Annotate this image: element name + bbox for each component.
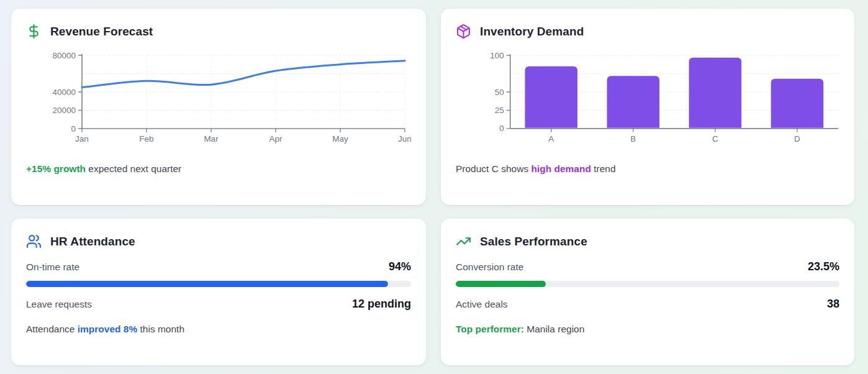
inventory-bar-chart: 02550100ABCD — [456, 50, 839, 145]
card-title: Inventory Demand — [480, 25, 584, 39]
card-title: HR Attendance — [50, 235, 135, 249]
progressbar-fill — [26, 281, 388, 287]
revenue-forecast-card: Revenue Forecast 0200004000080000JanFebM… — [11, 9, 426, 205]
conversion-progressbar — [456, 281, 839, 287]
stat-value: 94% — [389, 260, 411, 273]
card-header: Inventory Demand — [456, 24, 839, 39]
card-header: Revenue Forecast — [26, 24, 411, 39]
svg-text:Jun: Jun — [398, 134, 411, 144]
svg-text:Jan: Jan — [75, 134, 89, 144]
footnote-highlight: +15% growth — [26, 163, 86, 174]
footnote-highlight: high demand — [531, 163, 590, 174]
on-time-progressbar — [26, 281, 411, 287]
footnote-text: Manila region — [524, 324, 584, 334]
dashboard-grid: Revenue Forecast 0200004000080000JanFebM… — [0, 0, 868, 374]
svg-text:40000: 40000 — [52, 88, 76, 97]
svg-text:B: B — [630, 134, 636, 144]
svg-text:Apr: Apr — [269, 134, 283, 144]
svg-text:25: 25 — [495, 106, 504, 115]
svg-text:0: 0 — [499, 124, 504, 133]
footnote-highlight: improved 8% — [78, 324, 137, 334]
trending-up-icon — [456, 234, 471, 249]
conversion-rate-row: Conversion rate 23.5% — [456, 260, 839, 273]
card-title: Revenue Forecast — [50, 25, 153, 39]
stat-value: 23.5% — [808, 260, 839, 273]
footnote-text: Attendance — [26, 324, 78, 334]
revenue-line-chart: 0200004000080000JanFebMarAprMayJun — [26, 50, 411, 145]
svg-text:D: D — [794, 134, 800, 144]
hr-footnote: Attendance improved 8% this month — [26, 324, 411, 335]
footnote-text: this month — [137, 324, 184, 334]
stat-label: Conversion rate — [456, 262, 523, 273]
active-deals-row: Active deals 38 — [456, 298, 839, 311]
card-title: Sales Performance — [480, 235, 587, 249]
svg-text:Mar: Mar — [204, 134, 219, 144]
svg-text:C: C — [712, 134, 718, 144]
stat-value: 38 — [827, 298, 839, 311]
footnote-text: trend — [591, 163, 616, 174]
footnote-text: expected next quarter — [86, 163, 181, 174]
dollar-sign-icon — [26, 24, 42, 39]
stat-label: Active deals — [456, 299, 508, 310]
progressbar-fill — [456, 281, 546, 287]
svg-text:100: 100 — [490, 51, 504, 60]
sales-footnote: Top performer: Manila region — [456, 324, 839, 335]
inventory-footnote: Product C shows high demand trend — [456, 163, 839, 175]
on-time-rate-row: On-time rate 94% — [26, 260, 411, 273]
hr-attendance-card: HR Attendance On-time rate 94% Leave req… — [11, 219, 426, 365]
users-icon — [26, 234, 42, 249]
svg-text:A: A — [548, 134, 554, 144]
svg-text:0: 0 — [71, 124, 76, 134]
footnote-highlight: Top performer: — [456, 324, 524, 334]
stat-value: 12 pending — [352, 298, 411, 311]
svg-text:Feb: Feb — [139, 134, 153, 144]
svg-text:50: 50 — [495, 88, 504, 97]
card-header: HR Attendance — [26, 234, 411, 249]
package-icon — [456, 24, 471, 39]
footnote-text: Product C shows — [456, 163, 531, 174]
svg-text:80000: 80000 — [52, 51, 76, 60]
stat-label: On-time rate — [26, 262, 79, 273]
svg-text:May: May — [332, 134, 348, 144]
sales-performance-card: Sales Performance Conversion rate 23.5% … — [441, 219, 854, 365]
inventory-demand-card: Inventory Demand 02550100ABCD Product C … — [441, 9, 854, 205]
card-header: Sales Performance — [456, 234, 839, 249]
stat-label: Leave requests — [26, 299, 92, 310]
svg-text:20000: 20000 — [52, 106, 76, 115]
revenue-footnote: +15% growth expected next quarter — [26, 163, 411, 175]
leave-requests-row: Leave requests 12 pending — [26, 298, 411, 311]
